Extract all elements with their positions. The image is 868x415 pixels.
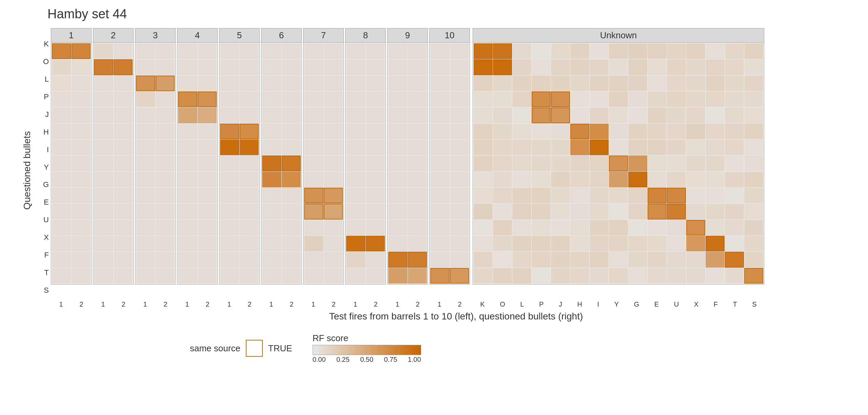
cell-unk-r8-c9	[648, 172, 667, 187]
cell-unk-r6-c4	[551, 140, 570, 155]
cell-b7-r3-c0	[304, 91, 323, 107]
x-ticks-barrel-5: 12	[219, 300, 260, 308]
legend-same-source: same source TRUE	[190, 340, 292, 357]
cell-b4-r12-c1	[198, 236, 217, 251]
cell-unk-r12-c14	[744, 236, 763, 251]
cell-b7-r12-c0	[304, 236, 323, 251]
x-ticks-row: 12121212121212121212KOLPJHIYGEUXFTS	[51, 300, 861, 308]
x-ticks-barrel-3: 12	[135, 300, 176, 308]
cell-b4-r6-c0	[178, 140, 197, 155]
cell-unk-r4-c3	[532, 107, 551, 123]
cell-unk-r12-c10	[667, 236, 686, 251]
cell-b3-r12-c1	[156, 236, 175, 251]
cell-b6-r4-c0	[262, 107, 281, 123]
cell-b1-r9-c0	[52, 188, 71, 203]
cell-unk-r3-c2	[512, 91, 531, 107]
cell-unk-r14-c6	[590, 268, 609, 284]
rf-tick-75: 0.75	[384, 356, 397, 364]
cell-b7-r14-c1	[324, 268, 343, 284]
cell-unk-r1-c9	[648, 59, 667, 75]
cell-unk-r0-c13	[725, 43, 744, 59]
cell-unk-r13-c8	[628, 252, 647, 267]
cell-unk-r4-c10	[667, 107, 686, 123]
cell-b8-r1-c1	[366, 59, 385, 75]
cell-b2-r5-c0	[94, 124, 113, 139]
cell-unk-r2-c6	[590, 76, 609, 91]
cell-b4-r3-c0	[178, 91, 197, 107]
x-ticks-barrel-10: 12	[429, 300, 470, 308]
cell-unk-r9-c12	[706, 188, 725, 203]
cell-b7-r3-c1	[324, 91, 343, 107]
cell-unk-r5-c9	[648, 124, 667, 139]
cell-unk-r10-c10	[667, 204, 686, 219]
cell-b3-r13-c0	[136, 252, 155, 267]
cell-unk-r3-c6	[590, 91, 609, 107]
rf-gradient	[313, 345, 421, 355]
cell-unk-r11-c9	[648, 220, 667, 235]
cell-b2-r2-c0	[94, 76, 113, 91]
cell-b6-r7-c1	[282, 155, 301, 171]
cell-b1-r12-c1	[72, 236, 91, 251]
cell-b7-r4-c1	[324, 107, 343, 123]
cell-unk-r4-c9	[648, 107, 667, 123]
cell-unk-r5-c5	[570, 124, 589, 139]
cell-unk-r0-c14	[744, 43, 763, 59]
cell-unk-r3-c11	[686, 91, 705, 107]
cell-unk-r11-c5	[570, 220, 589, 235]
cell-b6-r13-c1	[282, 252, 301, 267]
cell-b5-r2-c1	[240, 76, 259, 91]
cell-unk-r12-c3	[532, 236, 551, 251]
cell-b4-r7-c0	[178, 155, 197, 171]
cell-b9-r12-c1	[408, 236, 427, 251]
cell-b2-r14-c0	[94, 268, 113, 284]
cell-unk-r6-c11	[686, 140, 705, 155]
cell-unk-r12-c1	[493, 236, 512, 251]
cell-unk-r14-c13	[725, 268, 744, 284]
cell-unk-r9-c9	[648, 188, 667, 203]
cell-b9-r9-c0	[388, 188, 408, 203]
cell-b3-r6-c0	[136, 140, 155, 155]
cell-b10-r5-c1	[450, 124, 469, 139]
cell-b8-r2-c1	[366, 76, 385, 91]
cell-b10-r2-c1	[450, 76, 469, 91]
cell-unk-r1-c1	[493, 59, 512, 75]
cell-b2-r13-c0	[94, 252, 113, 267]
cell-b7-r9-c0	[304, 188, 323, 203]
cell-b1-r5-c1	[72, 124, 91, 139]
cell-unk-r10-c4	[551, 204, 570, 219]
cell-b9-r8-c1	[408, 172, 427, 187]
cell-b3-r6-c1	[156, 140, 175, 155]
cell-b9-r14-c1	[408, 268, 427, 284]
cell-unk-r12-c12	[706, 236, 725, 251]
y-tick-G: G	[34, 176, 51, 194]
cell-unk-r8-c11	[686, 172, 705, 187]
cell-b5-r9-c0	[220, 188, 239, 203]
cell-unk-r13-c1	[493, 252, 512, 267]
barrel-panel-6: 6	[261, 28, 302, 285]
cell-b4-r4-c1	[198, 107, 217, 123]
cell-unk-r12-c7	[609, 236, 628, 251]
barrel-panel-header-8: 8	[346, 28, 386, 43]
cell-b7-r11-c1	[324, 220, 343, 235]
cell-unk-r5-c8	[628, 124, 647, 139]
cell-b10-r10-c1	[450, 204, 469, 219]
cell-b10-r12-c1	[450, 236, 469, 251]
cell-b10-r7-c0	[430, 155, 450, 171]
cell-unk-r2-c14	[744, 76, 763, 91]
cell-b9-r0-c1	[408, 43, 427, 59]
cell-unk-r6-c12	[706, 140, 725, 155]
cell-unk-r11-c4	[551, 220, 570, 235]
cell-b6-r9-c1	[282, 188, 301, 203]
cell-b5-r4-c0	[220, 107, 239, 123]
cell-b6-r0-c0	[262, 43, 281, 59]
cell-b6-r14-c1	[282, 268, 301, 284]
cell-b8-r3-c0	[346, 91, 366, 107]
cell-unk-r8-c13	[725, 172, 744, 187]
cell-unk-r0-c1	[493, 43, 512, 59]
legend-true-label: TRUE	[268, 343, 292, 354]
cell-b2-r12-c0	[94, 236, 113, 251]
cell-unk-r10-c12	[706, 204, 725, 219]
cell-unk-r10-c9	[648, 204, 667, 219]
cell-unk-r14-c0	[474, 268, 493, 284]
cell-b5-r14-c0	[220, 268, 239, 284]
